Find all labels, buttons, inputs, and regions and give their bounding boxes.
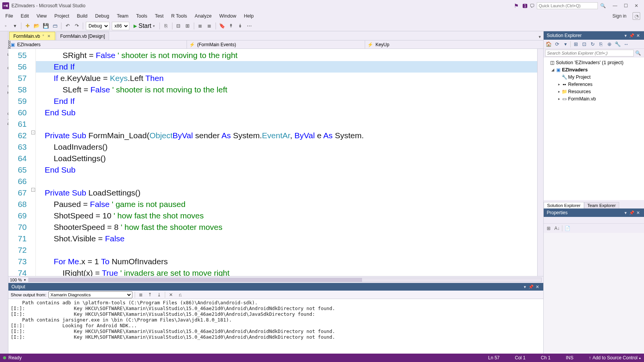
vertical-scrollbar[interactable] — [537, 49, 543, 276]
save-all-button[interactable]: 🗃 — [51, 22, 59, 30]
feedback-icon[interactable]: 🗩 — [530, 3, 535, 9]
add-source-control-button[interactable]: ↑Add to Source Control▴ — [589, 355, 641, 360]
maximize-button[interactable]: ☐ — [620, 2, 631, 9]
sign-in-button[interactable]: Sign in — [609, 13, 630, 19]
nav-project[interactable]: ▣ EZInvaders — [8, 40, 187, 48]
uncomment-icon[interactable]: ≣ — [205, 22, 214, 30]
status-col: Col 1 — [515, 355, 526, 360]
tool-icon-1[interactable]: ⎘ — [162, 22, 170, 30]
menu-project[interactable]: Project — [51, 13, 73, 19]
props-categorized-icon[interactable]: ⊞ — [545, 225, 552, 232]
output-btn-1[interactable]: ≣ — [137, 291, 144, 298]
se-pin-icon[interactable]: 📌 — [629, 32, 635, 39]
tool-icon-6[interactable]: ↡ — [236, 22, 245, 30]
bookmark-icon[interactable]: 🔖 — [218, 22, 226, 30]
undo-button[interactable]: ↶ — [63, 22, 72, 30]
fold-toggle[interactable]: - — [31, 131, 35, 134]
tool-icon-5[interactable]: ↟ — [227, 22, 235, 30]
menu-team[interactable]: Team — [113, 13, 132, 19]
main-toolbar: ◦ ▾ ✚ 📂 💾 🗃 ↶ ↷ Debug x86 ▶Start▾ ⎘ ⊟ ⊞ … — [0, 21, 644, 31]
tab-formmain-design[interactable]: FormMain.vb [Design] — [56, 32, 109, 40]
menu-build[interactable]: Build — [73, 13, 91, 19]
se-btn-3[interactable]: ▾ — [562, 41, 569, 48]
se-btn-8[interactable]: ⊕ — [606, 41, 613, 48]
tab-formmain-vb[interactable]: FormMain.vb * ✕ — [9, 32, 55, 40]
quick-launch-search-icon[interactable]: 🔍 — [600, 3, 606, 8]
status-ins: INS — [566, 355, 573, 360]
redo-button[interactable]: ↷ — [72, 22, 81, 30]
menu-help[interactable]: Help — [240, 13, 258, 19]
se-home-icon[interactable]: 🏠 — [545, 41, 552, 48]
tool-icon-2[interactable]: ⊟ — [174, 22, 183, 30]
editor-footer: 100 % ▾ — [8, 276, 543, 283]
props-dropdown-icon[interactable]: ▾ — [623, 210, 629, 216]
zoom-chevron-icon[interactable]: ▾ — [24, 278, 26, 282]
new-button[interactable]: ✚ — [23, 22, 32, 30]
platform-dropdown[interactable]: x86 — [112, 22, 129, 30]
nav-member[interactable]: ⚡ KeyUp — [365, 40, 543, 48]
output-from-select[interactable]: Xamarin Diagnostics — [48, 291, 132, 298]
output-dropdown-icon[interactable]: ▾ — [522, 284, 528, 290]
menu-file[interactable]: File — [2, 13, 17, 19]
tool-icon-7[interactable]: ⋯ — [245, 22, 254, 30]
se-properties-icon[interactable]: 🔧 — [614, 41, 621, 48]
se-close-icon[interactable]: ✕ — [635, 32, 641, 39]
se-btn-7[interactable]: ⎘ — [597, 41, 604, 48]
line-gutter: 5556575859606162636465666768697071727374 — [8, 49, 31, 276]
quick-launch-input[interactable] — [537, 2, 598, 9]
menu-debug[interactable]: Debug — [91, 13, 113, 19]
menu-window[interactable]: Window — [216, 13, 240, 19]
menu-view[interactable]: View — [33, 13, 51, 19]
output-btn-3[interactable]: ⤓ — [156, 291, 163, 298]
zoom-level[interactable]: 100 % — [10, 278, 22, 282]
output-title: Output — [11, 284, 25, 289]
output-btn-4[interactable]: ✕ — [167, 291, 174, 298]
se-refresh-icon[interactable]: ↻ — [589, 41, 596, 48]
btab-solution-explorer[interactable]: Solution Explorer — [544, 202, 584, 208]
output-btn-2[interactable]: ⤒ — [147, 291, 153, 298]
account-avatar-icon[interactable]: ◔ — [633, 12, 640, 20]
config-dropdown[interactable]: Debug — [86, 22, 109, 30]
output-close-icon[interactable]: ✕ — [534, 284, 540, 290]
code-area[interactable]: SRight = False ' shooter is not moving t… — [36, 49, 543, 276]
props-pages-icon[interactable]: 📄 — [564, 225, 571, 232]
se-btn-5[interactable]: ⊡ — [581, 41, 588, 48]
btab-team-explorer[interactable]: Team Explorer — [584, 202, 619, 208]
props-pin-icon[interactable]: 📌 — [629, 210, 635, 216]
props-close-icon[interactable]: ✕ — [635, 210, 641, 216]
properties-toolbar: ⊞ A↓ 📄 — [544, 224, 644, 233]
minimize-button[interactable]: — — [610, 2, 620, 9]
dirty-indicator: * — [42, 34, 44, 39]
save-button[interactable]: 💾 — [42, 22, 50, 30]
menu-test[interactable]: Test — [151, 13, 167, 19]
fold-toggle[interactable]: - — [31, 188, 35, 192]
nav-back-button[interactable]: ◦ — [2, 22, 10, 30]
open-button[interactable]: 📂 — [32, 22, 41, 30]
menu-analyze[interactable]: Analyze — [191, 13, 215, 19]
props-alpha-icon[interactable]: A↓ — [554, 225, 560, 232]
close-tab-icon[interactable]: ✕ — [47, 34, 51, 39]
output-btn-5[interactable]: ⎌ — [177, 291, 184, 298]
solution-tree[interactable]: ◫Solution 'EZInvaders' (1 project) ◢▣EZI… — [544, 57, 644, 200]
menu-tools[interactable]: Tools — [132, 13, 151, 19]
output-pin-icon[interactable]: 📌 — [528, 284, 534, 290]
nav-fwd-button[interactable]: ▾ — [11, 22, 19, 30]
horizontal-scrollbar[interactable] — [28, 278, 542, 282]
tabs-dropdown-icon[interactable]: ▾ — [536, 33, 543, 40]
tool-icon-3[interactable]: ⊞ — [184, 22, 192, 30]
output-body[interactable]: Path contains adb in \platform-tools (C:… — [8, 299, 543, 354]
notify-flag-icon[interactable]: ⚑ — [514, 3, 519, 9]
se-sync-icon[interactable]: ⟳ — [554, 41, 560, 48]
comment-icon[interactable]: ≣ — [196, 22, 204, 30]
menu-rtools[interactable]: R Tools — [167, 13, 191, 19]
menu-edit[interactable]: Edit — [17, 13, 33, 19]
close-button[interactable]: ✕ — [631, 2, 642, 9]
se-btn-10[interactable]: ↔ — [623, 41, 630, 48]
se-dropdown-icon[interactable]: ▾ — [623, 32, 629, 39]
start-button[interactable]: ▶Start▾ — [131, 22, 158, 30]
search-icon[interactable]: 🔍 — [634, 50, 642, 56]
nav-class[interactable]: ⚡ (FormMain Events) — [187, 40, 365, 48]
se-btn-4[interactable]: ⊞ — [572, 41, 579, 48]
code-editor[interactable]: 5556575859606162636465666768697071727374… — [8, 49, 543, 276]
se-search-input[interactable] — [545, 50, 634, 57]
